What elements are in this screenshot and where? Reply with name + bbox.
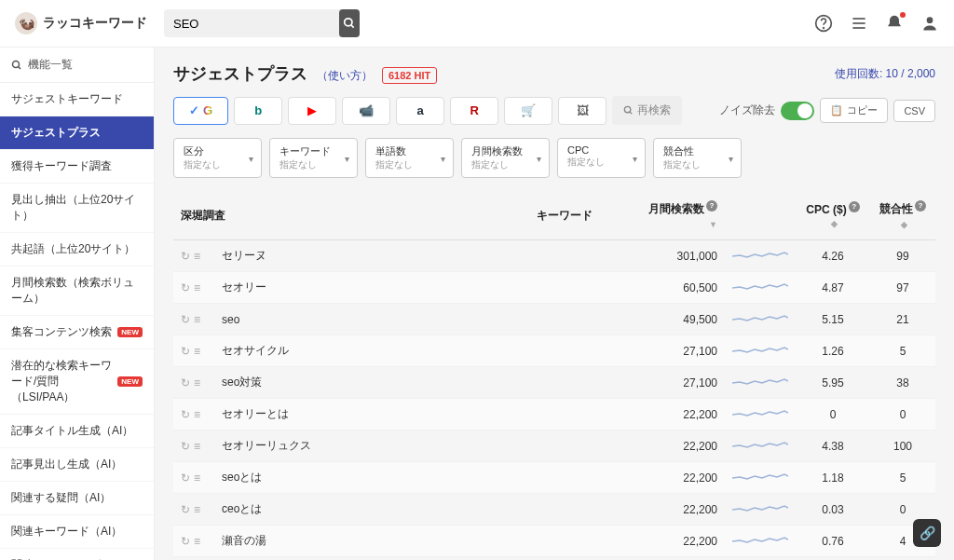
keyword-cell[interactable]: seo対策 (214, 367, 488, 399)
refresh-icon[interactable]: ↻ (181, 535, 190, 548)
source-tab-5[interactable]: R (450, 97, 498, 125)
user-icon[interactable] (920, 14, 939, 33)
source-tab-3[interactable]: 📹 (342, 97, 390, 125)
keyword-cell[interactable]: seo (214, 304, 488, 335)
refresh-icon[interactable]: ↻ (181, 313, 190, 326)
source-tab-4[interactable]: a (396, 97, 444, 125)
menu-icon[interactable]: ≡ (194, 376, 200, 389)
search-input[interactable] (164, 10, 339, 37)
filter-3[interactable]: 月間検索数指定なし (461, 138, 550, 178)
csv-button[interactable]: CSV (893, 100, 935, 122)
table-row: ↻≡ seoとは 22,200 1.18 5 (173, 462, 935, 494)
sidebar-item-1[interactable]: サジェストプラス (0, 116, 154, 150)
menu-icon[interactable]: ≡ (194, 345, 200, 358)
source-tab-1[interactable]: b (234, 97, 282, 125)
keyword-cell[interactable]: 瀬音の湯 (214, 526, 488, 557)
research-button[interactable]: 再検索 (612, 96, 682, 125)
keyword-cell[interactable]: セリーヌ (214, 240, 488, 272)
svg-point-3 (824, 28, 825, 29)
keyword-cell[interactable]: seoとは (214, 462, 488, 494)
logo-icon: 🦦 (15, 12, 37, 34)
refresh-icon[interactable]: ↻ (181, 440, 190, 453)
sidebar-item-8[interactable]: 記事タイトル生成（AI） (0, 415, 154, 448)
volume-cell: 301,000 (641, 240, 725, 272)
copy-button[interactable]: 📋 コピー (820, 98, 888, 123)
refresh-icon[interactable]: ↻ (181, 408, 190, 421)
menu-icon[interactable] (850, 14, 868, 33)
source-tab-2[interactable]: ▶ (288, 97, 336, 125)
comp-cell: 38 (870, 367, 935, 399)
sparkline (725, 557, 796, 561)
sidebar-item-12[interactable]: 関連ハッシュタグ (0, 549, 154, 560)
volume-cell: 22,200 (641, 462, 725, 494)
filter-0[interactable]: 区分指定なし (173, 138, 262, 178)
keyword-cell[interactable]: 瀬織津姫 (214, 557, 488, 561)
link-fab[interactable]: 🔗 (913, 519, 941, 547)
menu-icon[interactable]: ≡ (194, 408, 200, 421)
filter-2[interactable]: 単語数指定なし (365, 138, 454, 178)
table-row: ↻≡ ceoとは 22,200 0.03 0 (173, 494, 935, 526)
svg-point-10 (625, 106, 631, 112)
table-row: ↻≡ 瀬織津姫 14,800 0 0 (173, 557, 935, 561)
noise-toggle[interactable] (781, 102, 814, 120)
keyword-cell[interactable]: ceoとは (214, 494, 488, 526)
search-button[interactable] (339, 9, 360, 37)
col-cpc[interactable]: CPC ($)?◆ (796, 191, 870, 240)
refresh-icon[interactable]: ↻ (181, 503, 190, 516)
sidebar-item-0[interactable]: サジェストキーワード (0, 83, 154, 116)
refresh-icon[interactable]: ↻ (181, 471, 190, 485)
comp-cell: 5 (870, 462, 935, 494)
sparkline (725, 240, 796, 272)
sidebar-item-5[interactable]: 月間検索数（検索ボリューム） (0, 266, 154, 316)
sidebar-item-10[interactable]: 関連する疑問（AI） (0, 482, 154, 515)
refresh-icon[interactable]: ↻ (181, 345, 190, 358)
cpc-cell: 0 (796, 557, 870, 561)
source-tab-7[interactable]: 🖼 (558, 97, 606, 125)
menu-icon[interactable]: ≡ (194, 440, 200, 453)
help-link[interactable]: （使い方） (317, 68, 373, 84)
refresh-icon[interactable]: ↻ (181, 281, 190, 294)
filter-5[interactable]: 競合性指定なし (653, 138, 742, 178)
col-comp[interactable]: 競合性?◆ (870, 191, 935, 240)
sidebar-item-7[interactable]: 潜在的な検索キーワード/質問（LSI/PAA）NEW (0, 349, 154, 415)
sidebar-item-9[interactable]: 記事見出し生成（AI） (0, 448, 154, 482)
help-icon[interactable] (814, 14, 833, 33)
volume-cell: 60,500 (641, 272, 725, 304)
filters: 区分指定なしキーワード指定なし単語数指定なし月間検索数指定なしCPC指定なし競合… (173, 138, 935, 178)
menu-icon[interactable]: ≡ (194, 250, 200, 263)
keyword-cell[interactable]: セオサイクル (214, 335, 488, 367)
sidebar-item-4[interactable]: 共起語（上位20サイト） (0, 233, 154, 266)
svg-point-7 (927, 17, 934, 23)
logo[interactable]: 🦦 ラッコキーワード (15, 12, 155, 34)
filter-4[interactable]: CPC指定なし (557, 138, 646, 178)
main-content: サジェストプラス （使い方） 6182 HIT 使用回数: 10 / 2,000… (155, 48, 954, 560)
source-tab-0[interactable]: G (173, 97, 228, 125)
comp-cell: 100 (870, 430, 935, 462)
sidebar-item-3[interactable]: 見出し抽出（上位20サイト） (0, 184, 154, 233)
app-name: ラッコキーワード (43, 15, 147, 32)
menu-icon[interactable]: ≡ (194, 281, 200, 294)
col-volume[interactable]: 月間検索数?▼ (641, 191, 725, 240)
sparkline (725, 367, 796, 399)
refresh-icon[interactable]: ↻ (181, 376, 190, 389)
keyword-cell[interactable]: セオリー (214, 272, 488, 304)
source-tab-6[interactable]: 🛒 (504, 97, 552, 125)
sidebar-item-2[interactable]: 獲得キーワード調査 (0, 150, 154, 184)
col-keyword[interactable]: キーワード (488, 191, 641, 240)
keyword-cell[interactable]: セオリーとは (214, 399, 488, 430)
col-deep[interactable]: 深堀調査 (173, 191, 488, 240)
volume-cell: 14,800 (641, 557, 725, 561)
menu-icon[interactable]: ≡ (194, 313, 200, 326)
menu-icon[interactable]: ≡ (194, 535, 200, 548)
search-wrap (164, 9, 360, 37)
sidebar-item-11[interactable]: 関連キーワード（AI） (0, 515, 154, 549)
bell-icon[interactable] (885, 14, 904, 33)
menu-icon[interactable]: ≡ (194, 503, 200, 516)
filter-1[interactable]: キーワード指定なし (269, 138, 358, 178)
menu-icon[interactable]: ≡ (194, 471, 200, 485)
sidebar-item-6[interactable]: 集客コンテンツ検索NEW (0, 316, 154, 349)
refresh-icon[interactable]: ↻ (181, 250, 190, 263)
keyword-cell[interactable]: セオリーリュクス (214, 430, 488, 462)
sparkline (725, 462, 796, 494)
results-table: 深堀調査 キーワード 月間検索数?▼ CPC ($)?◆ 競合性?◆ ↻≡ セリ… (173, 191, 935, 560)
